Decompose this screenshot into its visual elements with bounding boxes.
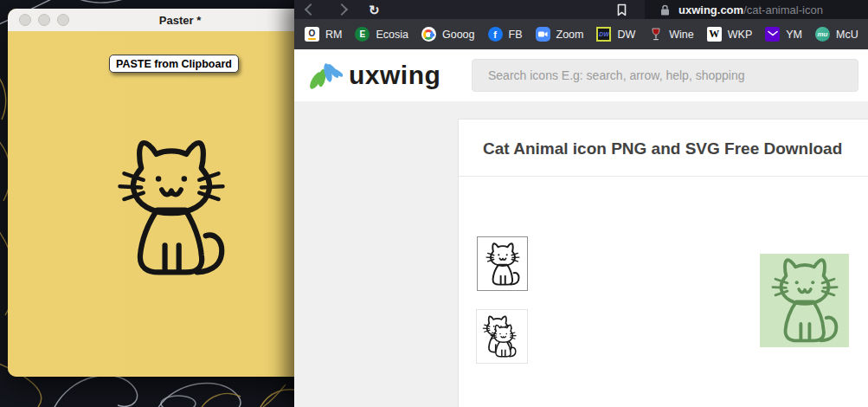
bookmark-item-rm[interactable]: O RM [305, 27, 342, 42]
wikipedia-icon: W [707, 27, 722, 42]
search-input[interactable] [473, 60, 868, 91]
bookmark-item-yahoo-mail[interactable]: YM [765, 27, 802, 42]
uxwing-wing-icon [308, 58, 343, 93]
google-icon [421, 27, 436, 42]
page-title: Cat Animal icon PNG and SVG Free Downloa… [459, 120, 868, 177]
refresh-icon[interactable]: ↻ [369, 3, 380, 16]
paste-from-clipboard-button[interactable]: PASTE from Clipboard [109, 55, 239, 73]
dw-icon: DW [596, 27, 611, 42]
content-card: Cat Animal icon PNG and SVG Free Downloa… [458, 119, 868, 407]
wine-glass-icon [648, 27, 663, 42]
site-header: uxwing [294, 49, 868, 102]
yahoo-mail-icon [765, 27, 780, 42]
bookmark-item-zoom[interactable]: Zoom [536, 27, 584, 42]
facebook-icon: f [488, 27, 503, 42]
cat-icon-preview[interactable] [760, 254, 849, 347]
browser-window: ↻ uxwing.com/cat-animal-icon O RM E Ecos… [294, 0, 868, 407]
ecosia-icon: E [355, 27, 370, 42]
icon-search-box[interactable] [472, 59, 858, 92]
logo-text: uxwing [349, 61, 440, 90]
page-background: Cat Animal icon PNG and SVG Free Downloa… [294, 101, 868, 407]
bookmark-item-wikipedia[interactable]: W WKP [707, 27, 752, 42]
screen: Paster * PASTE from Clipboard ↻ uxwing.c… [0, 0, 868, 407]
zoom-icon [536, 27, 550, 42]
url-domain: uxwing.com [678, 3, 743, 16]
bookmarks-bar: O RM E Ecosia Gooog f FB Zoom [294, 19, 868, 49]
mu-icon: mu [815, 27, 830, 42]
url-text: uxwing.com/cat-animal-icon [678, 3, 823, 16]
bookmark-icon[interactable] [616, 3, 627, 16]
forward-icon[interactable] [336, 3, 348, 16]
pasted-cat-image [118, 137, 225, 279]
bookmark-item-google[interactable]: Gooog [421, 27, 475, 42]
thumbnail-two-cats[interactable] [476, 309, 528, 364]
uxwing-logo[interactable]: uxwing [308, 58, 440, 93]
bookmark-item-mcu[interactable]: mu McU [815, 27, 858, 42]
bookmark-item-facebook[interactable]: f FB [488, 27, 523, 42]
lock-icon [660, 4, 670, 16]
bookmark-item-wine[interactable]: Wine [648, 27, 693, 42]
url-path: /cat-animal-icon [743, 3, 823, 16]
bookmark-item-dw[interactable]: DW DW [596, 27, 635, 42]
address-bar[interactable]: uxwing.com/cat-animal-icon [645, 0, 868, 19]
bookmark-item-ecosia[interactable]: E Ecosia [355, 27, 408, 42]
rm-icon: O [305, 27, 319, 42]
thumbnail-single-cat[interactable] [477, 236, 528, 291]
browser-toolbar: ↻ uxwing.com/cat-animal-icon [294, 0, 868, 19]
back-icon[interactable] [305, 3, 317, 16]
